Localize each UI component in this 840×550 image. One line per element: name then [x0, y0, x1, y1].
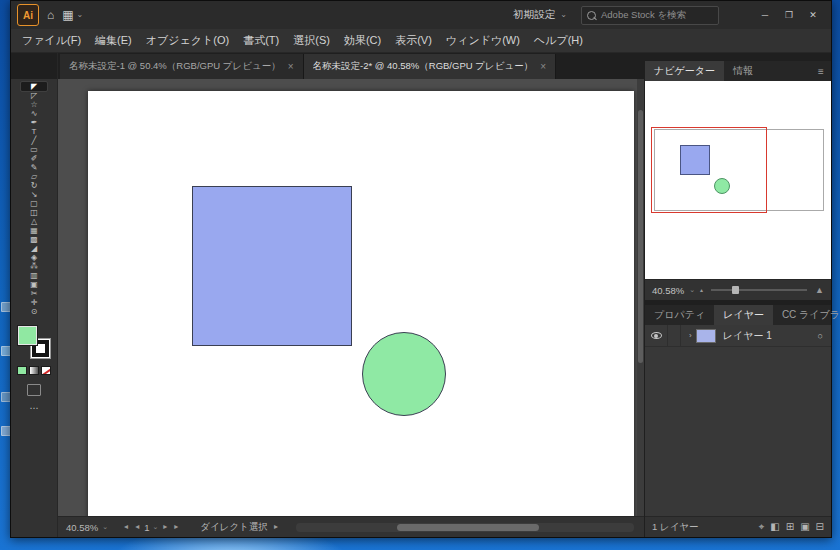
chevron-down-icon[interactable]: ⌄	[689, 286, 695, 294]
tool-artboard[interactable]: ▣	[21, 280, 47, 289]
menu-item[interactable]: 表示(V)	[388, 29, 439, 52]
vertical-scrollbar-thumb[interactable]	[638, 110, 643, 363]
zoom-out-icon[interactable]: ▴	[700, 287, 703, 293]
menu-item[interactable]: ウィンドウ(W)	[439, 29, 527, 52]
menu-item[interactable]: 編集(E)	[88, 29, 139, 52]
current-tool-label[interactable]: ダイレクト選択	[200, 521, 268, 534]
navigator-preview[interactable]	[645, 81, 831, 279]
restore-button[interactable]: ❐	[777, 5, 801, 25]
tool-free-transform[interactable]: ▢	[21, 199, 47, 208]
document-tab[interactable]: 名称未設定-1 @ 50.4%（RGB/GPU プレビュー） ×	[60, 54, 304, 79]
none-button[interactable]	[41, 366, 51, 375]
canvas[interactable]	[58, 79, 644, 516]
tool-type[interactable]: T	[21, 127, 47, 136]
navigator-view-box[interactable]	[651, 127, 767, 213]
expand-layer-icon[interactable]: ›	[689, 331, 692, 340]
tool-pencil[interactable]: ✎	[21, 163, 47, 172]
close-button[interactable]: ✕	[801, 5, 825, 25]
circle-shape[interactable]	[362, 332, 446, 416]
panel-tab[interactable]: ナビゲーター	[645, 61, 724, 81]
tool-hand[interactable]: ✛	[21, 298, 47, 307]
tool-gradient[interactable]: ▩	[21, 235, 47, 244]
footer-new-sublayer[interactable]: ⊞	[786, 522, 794, 532]
footer-locate-object[interactable]: ⌖	[759, 522, 765, 532]
close-tab-icon[interactable]: ×	[288, 62, 294, 72]
menu-item[interactable]: 効果(C)	[337, 29, 388, 52]
app-icon[interactable]: Ai	[17, 4, 39, 26]
tool-paintbrush[interactable]: ✐	[21, 154, 47, 163]
tool-column-graph[interactable]: ▥	[21, 271, 47, 280]
tool-blend[interactable]: ◈	[21, 253, 47, 262]
zoom-level[interactable]: 40.58%	[66, 522, 98, 533]
document-tab[interactable]: 名称未設定-2* @ 40.58%（RGB/GPU プレビュー） ×	[304, 54, 556, 79]
horizontal-scrollbar[interactable]	[296, 523, 634, 532]
menu-item[interactable]: 選択(S)	[286, 29, 337, 52]
drawing-mode-button[interactable]	[27, 384, 41, 396]
artboard-number[interactable]: 1	[144, 522, 149, 533]
tool-direct-selection[interactable]: ◸	[21, 91, 47, 100]
panel-tab[interactable]: プロパティ	[645, 305, 714, 325]
footer-new-layer[interactable]: ▣	[800, 522, 809, 532]
panel-menu-icon[interactable]: ≡	[811, 61, 831, 81]
menu-item[interactable]: オブジェクト(O)	[139, 29, 236, 52]
tool-selection[interactable]: ◤	[21, 82, 47, 91]
previous-artboard-button[interactable]: ◂	[133, 523, 141, 531]
arrange-documents-button[interactable]: ▦ ⌄	[62, 9, 83, 21]
layer-row[interactable]: › レイヤー 1 ○	[645, 325, 831, 347]
first-artboard-button[interactable]: ◂	[122, 523, 130, 531]
color-button[interactable]	[17, 366, 27, 375]
rectangle-shape[interactable]	[192, 186, 352, 346]
screen-mode-button[interactable]: ⋯	[30, 404, 39, 413]
minimize-button[interactable]: ─	[753, 5, 777, 25]
panel-tab-label: 情報	[733, 64, 753, 78]
footer-delete-layer[interactable]: ⊟	[816, 522, 824, 532]
layer-name[interactable]: レイヤー 1	[723, 329, 772, 343]
tool-rectangle[interactable]: ▭	[21, 145, 47, 154]
zoom-slider-thumb[interactable]	[732, 286, 739, 294]
home-icon[interactable]: ⌂	[47, 9, 54, 21]
tool-perspective-grid[interactable]: △	[21, 217, 47, 226]
tool-line-segment[interactable]: ╱	[21, 136, 47, 145]
tool-lasso[interactable]: ∿	[21, 109, 47, 118]
tool-magic-wand[interactable]: ☆	[21, 100, 47, 109]
tool-mesh[interactable]: ▦	[21, 226, 47, 235]
tool-zoom[interactable]: ⊙	[21, 307, 47, 316]
tool-rotate[interactable]: ↻	[21, 181, 47, 190]
zoom-in-icon[interactable]: ▲	[815, 286, 824, 295]
gradient-button[interactable]	[29, 366, 39, 375]
tool-pen[interactable]: ✒	[21, 118, 47, 127]
footer-clipping-mask[interactable]: ◧	[770, 522, 779, 532]
horizontal-scrollbar-thumb[interactable]	[397, 524, 539, 531]
layer-target-icon[interactable]: ○	[818, 331, 823, 341]
tool-eyedropper[interactable]: ◢	[21, 244, 47, 253]
fill-color-swatch[interactable]	[17, 325, 38, 346]
tool-icon: ◢	[31, 244, 37, 253]
tool-eraser[interactable]: ▱	[21, 172, 47, 181]
tool-shape-builder[interactable]: ◫	[21, 208, 47, 217]
stock-search-input[interactable]: Adobe Stock を検索	[581, 6, 719, 25]
panel-tab[interactable]: 情報	[724, 61, 762, 81]
artboard[interactable]	[88, 91, 634, 516]
tool-icon: ✎	[31, 163, 38, 172]
navigator-zoom-slider[interactable]	[711, 289, 807, 291]
menu-item[interactable]: ヘルプ(H)	[527, 29, 590, 52]
chevron-down-icon[interactable]: ⌄	[152, 523, 158, 531]
panel-tab[interactable]: CC ライブラリ	[773, 305, 840, 325]
last-artboard-button[interactable]: ▸	[172, 523, 180, 531]
menu-item[interactable]: ファイル(F)	[15, 29, 88, 52]
next-artboard-button[interactable]: ▸	[161, 523, 169, 531]
menu-item[interactable]: 書式(T)	[236, 29, 286, 52]
lock-toggle[interactable]	[668, 325, 681, 346]
tool-icon: ◫	[30, 208, 38, 217]
close-tab-icon[interactable]: ×	[540, 62, 546, 72]
vertical-scrollbar[interactable]	[637, 79, 644, 516]
panel-tab[interactable]: レイヤー	[714, 305, 773, 325]
tool-slice[interactable]: ✂	[21, 289, 47, 298]
workspace-switcher[interactable]: 初期設定 ⌄	[507, 6, 573, 24]
tool-scale[interactable]: ↘	[21, 190, 47, 199]
tool-symbol-sprayer[interactable]: ⁂	[21, 262, 47, 271]
navigator-zoom-level[interactable]: 40.58%	[652, 285, 684, 296]
visibility-toggle[interactable]	[645, 325, 668, 346]
status-expand-icon[interactable]: ▸	[272, 523, 280, 531]
chevron-down-icon[interactable]: ⌄	[102, 523, 108, 531]
